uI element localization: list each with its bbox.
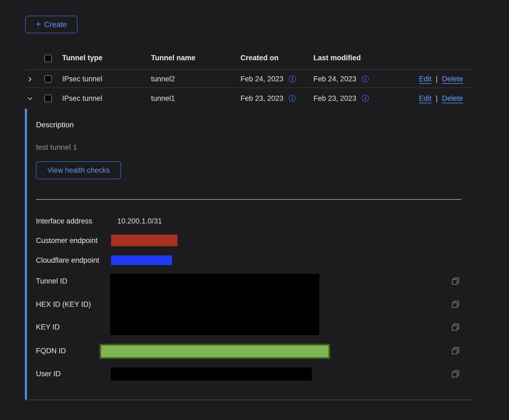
description-label: Description xyxy=(36,121,74,129)
section-divider xyxy=(36,199,461,200)
copy-icon[interactable] xyxy=(452,347,459,355)
info-icon[interactable] xyxy=(362,75,369,82)
tunnel-type-cell: IPsec tunnel xyxy=(62,95,102,102)
table-row: IPsec tunnel tunnel1 Feb 23, 2023 Feb 23… xyxy=(25,88,472,109)
create-button[interactable]: + Create xyxy=(25,16,78,33)
hex-id-label: HEX ID (KEY ID) xyxy=(36,301,91,308)
copy-icon[interactable] xyxy=(452,301,459,308)
created-on-cell: Feb 23, 2023 xyxy=(240,95,296,102)
last-modified-date: Feb 24, 2023 xyxy=(313,75,356,83)
table-header-row: Tunnel type Tunnel name Created on Last … xyxy=(25,48,472,70)
last-modified-date: Feb 23, 2023 xyxy=(313,95,356,102)
fqdn-id-label: FQDN ID xyxy=(36,347,66,355)
ipsec-tunnels-page: + Create Tunnel type Tunnel name Created… xyxy=(0,0,509,420)
customer-endpoint-redaction xyxy=(111,235,178,246)
last-modified-cell: Feb 24, 2023 xyxy=(313,75,369,83)
create-button-label: Create xyxy=(44,20,67,29)
interface-address-label: Interface address xyxy=(36,217,92,225)
tunnel-name-cell: tunnel2 xyxy=(151,75,175,83)
delete-link[interactable]: Delete xyxy=(442,75,463,83)
delete-link[interactable]: Delete xyxy=(442,95,463,102)
view-health-checks-button[interactable]: View health checks xyxy=(36,161,121,179)
copy-icon[interactable] xyxy=(452,323,459,331)
col-header-created-on: Created on xyxy=(240,54,279,62)
last-modified-cell: Feb 23, 2023 xyxy=(313,95,369,102)
copy-icon[interactable] xyxy=(452,277,459,285)
col-header-tunnel-type: Tunnel type xyxy=(62,54,103,62)
row-checkbox[interactable] xyxy=(44,95,52,102)
created-on-date: Feb 23, 2023 xyxy=(240,95,283,102)
customer-endpoint-label: Customer endpoint xyxy=(36,237,98,245)
tunnel-id-label: Tunnel ID xyxy=(36,277,67,285)
plus-icon: + xyxy=(36,20,41,28)
row-checkbox[interactable] xyxy=(44,75,52,83)
expanded-row-accent-bar xyxy=(25,109,27,399)
info-icon[interactable] xyxy=(289,95,296,102)
cloudflare-endpoint-label: Cloudflare endpoint xyxy=(36,256,99,264)
ids-redaction-block xyxy=(110,274,319,335)
select-all-checkbox[interactable] xyxy=(44,55,52,62)
edit-link[interactable]: Edit xyxy=(419,75,431,83)
chevron-right-icon[interactable] xyxy=(27,76,33,83)
key-id-label: KEY ID xyxy=(36,323,60,331)
interface-address-value: 10.200.1.0/31 xyxy=(117,217,162,225)
tunnel-name-cell: tunnel1 xyxy=(151,95,175,102)
col-header-last-modified: Last modified xyxy=(313,54,361,62)
panel-bottom-border xyxy=(25,399,472,400)
action-separator: | xyxy=(436,95,438,102)
user-id-label: User ID xyxy=(36,370,61,378)
tunnel-type-cell: IPsec tunnel xyxy=(62,75,102,83)
cloudflare-endpoint-redaction xyxy=(111,255,172,265)
created-on-date: Feb 24, 2023 xyxy=(240,75,283,83)
description-value: test tunnel 1 xyxy=(36,143,77,151)
user-id-redaction xyxy=(111,368,312,381)
fqdn-id-redaction xyxy=(99,344,330,359)
col-header-tunnel-name: Tunnel name xyxy=(151,54,196,62)
created-on-cell: Feb 24, 2023 xyxy=(240,75,296,83)
copy-icon[interactable] xyxy=(452,370,459,378)
table-row: IPsec tunnel tunnel2 Feb 24, 2023 Feb 24… xyxy=(25,70,472,88)
edit-link[interactable]: Edit xyxy=(419,95,431,102)
info-icon[interactable] xyxy=(289,75,296,82)
chevron-down-icon[interactable] xyxy=(27,96,33,102)
info-icon[interactable] xyxy=(362,95,369,102)
action-separator: | xyxy=(436,75,438,83)
